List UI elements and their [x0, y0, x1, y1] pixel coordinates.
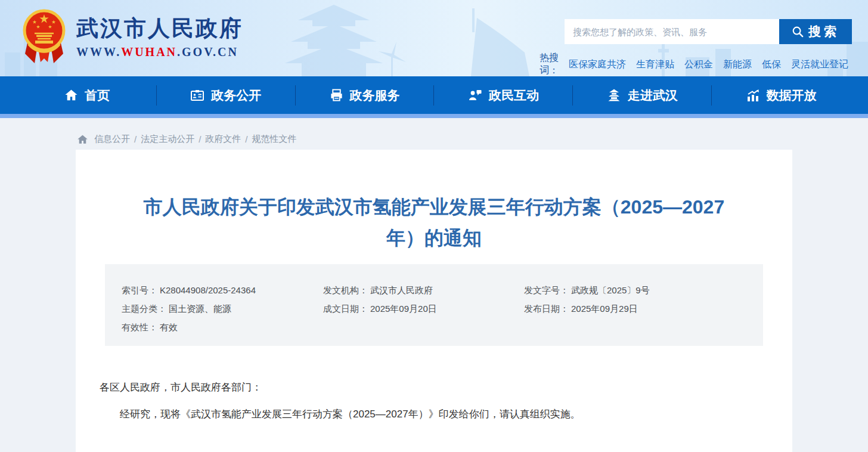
nav-item-about-wuhan[interactable]: 走进武汉	[573, 76, 711, 114]
meta-column-3: 发文字号：武政规〔2025〕9号 发布日期：2025年09月29日	[524, 286, 763, 332]
site-url-prefix: WWW.	[76, 45, 121, 58]
meta-row-publish-date: 发布日期：2025年09月29日	[524, 304, 763, 313]
nav-item-label: 政民互动	[489, 87, 539, 104]
breadcrumb-separator: /	[134, 134, 137, 144]
meta-label: 索引号：	[122, 285, 157, 295]
document-title: 市人民政府关于印发武汉市氢能产业发展三年行动方案（2025—2027年）的通知	[133, 150, 735, 253]
site-url-suffix: .GOV.CN	[177, 45, 238, 58]
nav-item-disclosure[interactable]: 政务公开	[157, 76, 295, 114]
site-url-highlight: WUHAN	[121, 45, 177, 58]
breadcrumb-item[interactable]: 政府文件	[205, 134, 241, 145]
hot-keyword-link[interactable]: 医保家庭共济	[569, 58, 626, 71]
meta-value: 国土资源、能源	[169, 304, 231, 314]
site-url: WWW.WUHAN.GOV.CN	[76, 45, 243, 59]
nav-item-open-data[interactable]: 数据开放	[712, 76, 850, 114]
meta-label: 发文字号：	[524, 285, 569, 295]
disclosure-icon	[190, 88, 204, 103]
interaction-icon	[468, 88, 482, 103]
search-button-label: 搜索	[808, 23, 839, 40]
hot-keyword-link[interactable]: 生育津贴	[636, 58, 674, 71]
search-area: 搜索 热搜词： 医保家庭共济 生育津贴 公积金 新能源 低保 灵活就业登记	[565, 19, 852, 76]
nav-item-label: 走进武汉	[628, 87, 678, 104]
meta-label: 成文日期：	[323, 304, 368, 314]
breadcrumb-item[interactable]: 法定主动公开	[141, 134, 194, 145]
service-icon	[330, 88, 343, 102]
hot-search-row: 热搜词： 医保家庭共济 生育津贴 公积金 新能源 低保 灵活就业登记	[565, 52, 852, 76]
meta-column-2: 发文机构：武汉市人民政府 成文日期：2025年09月20日	[323, 286, 524, 332]
document-paragraph: 经研究，现将《武汉市氢能产业发展三年行动方案（2025—2027年）》印发给你们…	[100, 406, 768, 423]
hot-keyword-link[interactable]: 新能源	[723, 58, 752, 71]
hot-keyword-link[interactable]: 灵活就业登记	[791, 58, 848, 71]
city-tower-icon	[607, 88, 621, 103]
site-brand[interactable]: 武汉市人民政府 WWW.WUHAN.GOV.CN	[21, 6, 243, 68]
hot-keyword-link[interactable]: 公积金	[684, 58, 713, 71]
search-input[interactable]	[565, 19, 779, 44]
search-bar: 搜索	[565, 19, 852, 44]
meta-row-index-number: 索引号：K28044908/2025-24364	[122, 286, 323, 295]
meta-value: 2025年09月20日	[370, 304, 437, 314]
breadcrumb-trail: 信息公开 / 法定主动公开 / 政府文件 / 规范性文件	[94, 134, 297, 145]
search-icon	[792, 26, 804, 38]
document-salutation: 各区人民政府，市人民政府各部门：	[100, 379, 768, 396]
search-button[interactable]: 搜索	[779, 19, 852, 44]
nav-item-service[interactable]: 政务服务	[296, 76, 434, 114]
meta-value: K28044908/2025-24364	[160, 285, 256, 295]
meta-value: 武汉市人民政府	[370, 285, 433, 295]
main-nav: 首页 政务公开 政务服务 政民互动 走进武汉 数据开放	[0, 76, 868, 114]
document-meta-panel: 索引号：K28044908/2025-24364 主题分类：国土资源、能源 有效…	[105, 264, 763, 346]
breadcrumb-item[interactable]: 信息公开	[94, 134, 130, 145]
meta-value: 武政规〔2025〕9号	[571, 285, 650, 295]
meta-label: 发布日期：	[524, 304, 569, 314]
nav-item-label: 首页	[85, 87, 110, 104]
site-title: 武汉市人民政府	[76, 16, 243, 42]
meta-row-written-date: 成文日期：2025年09月20日	[323, 304, 524, 313]
hot-keyword-link[interactable]: 低保	[762, 58, 781, 71]
meta-row-validity: 有效性：有效	[122, 323, 323, 332]
home-icon	[64, 88, 78, 102]
meta-row-issuing-agency: 发文机构：武汉市人民政府	[323, 286, 524, 295]
breadcrumb: 信息公开 / 法定主动公开 / 政府文件 / 规范性文件	[76, 118, 792, 150]
meta-label: 主题分类：	[122, 304, 166, 314]
breadcrumb-item-current: 规范性文件	[252, 134, 297, 145]
meta-row-topic-category: 主题分类：国土资源、能源	[122, 304, 323, 313]
document-body: 各区人民政府，市人民政府各部门： 经研究，现将《武汉市氢能产业发展三年行动方案（…	[100, 379, 768, 423]
hot-search-label: 热搜词：	[540, 52, 559, 76]
meta-value: 有效	[160, 322, 178, 332]
breadcrumb-separator: /	[199, 134, 201, 144]
breadcrumb-separator: /	[245, 134, 247, 144]
nav-item-home[interactable]: 首页	[18, 76, 156, 114]
open-data-icon	[746, 88, 760, 103]
nav-item-label: 政务公开	[211, 87, 261, 104]
breadcrumb-home-icon	[77, 134, 88, 145]
document-card: 市人民政府关于印发武汉市氢能产业发展三年行动方案（2025—2027年）的通知 …	[76, 150, 792, 452]
site-header: 武汉市人民政府 WWW.WUHAN.GOV.CN 搜索 热搜词： 医保家庭共济 …	[0, 0, 868, 76]
national-emblem-logo	[21, 6, 67, 68]
nav-item-interaction[interactable]: 政民互动	[434, 76, 572, 114]
meta-column-1: 索引号：K28044908/2025-24364 主题分类：国土资源、能源 有效…	[122, 286, 323, 332]
meta-row-document-number: 发文字号：武政规〔2025〕9号	[524, 286, 763, 295]
nav-accent-strip	[0, 114, 868, 118]
meta-value: 2025年09月29日	[571, 304, 638, 314]
meta-label: 发文机构：	[323, 285, 368, 295]
meta-label: 有效性：	[122, 322, 157, 332]
nav-item-label: 政务服务	[350, 87, 400, 104]
nav-item-label: 数据开放	[767, 87, 817, 104]
